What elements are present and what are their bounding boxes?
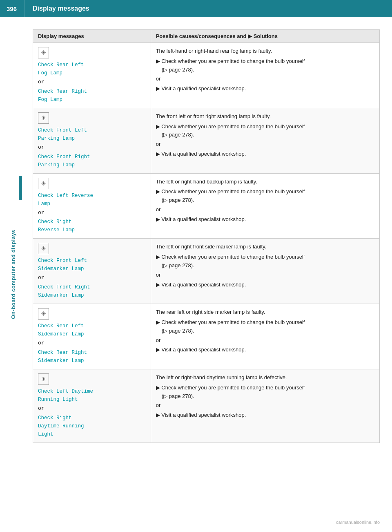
- cause-item-indent-0-0: (▷ page 278).: [156, 66, 374, 74]
- msg-line-1-4: Parking Lamp: [38, 161, 146, 169]
- page-number: 396: [0, 0, 24, 17]
- msg-line-3-4: Sidemarker Lamp: [38, 291, 146, 300]
- table-row-messages-3: ☀Check Front LeftSidemarker LamporCheck …: [33, 239, 151, 304]
- lamp-icon-2: ☀: [38, 178, 49, 189]
- header-bar: 396 Display messages: [0, 0, 392, 17]
- lamp-icon-1: ☀: [38, 112, 49, 124]
- cause-item-5-2: ▶ Visit a qualified specialist workshop.: [156, 411, 374, 420]
- msg-line-0-3: Check Rear Right: [38, 87, 146, 96]
- cause-item-3-0: ▶ Check whether you are permitted to cha…: [156, 253, 374, 270]
- cause-item-2-0: ▶ Check whether you are permitted to cha…: [156, 188, 374, 205]
- table-row-causes-3: The left or right front side marker lamp…: [151, 239, 379, 304]
- table-row-messages-4: ☀Check Rear LeftSidemarker LamporCheck R…: [33, 304, 151, 369]
- msg-line-1-0: Check Front Left: [38, 126, 146, 134]
- header-title: Display messages: [24, 5, 89, 12]
- msg-line-2-4: Reverse Lamp: [38, 226, 146, 234]
- cause-intro-4: The rear left or right side marker lamp …: [156, 308, 374, 317]
- msg-line-3-3: Check Front Right: [38, 283, 146, 291]
- table-row-causes-4: The rear left or right side marker lamp …: [151, 304, 379, 369]
- or-text-1-2: or: [38, 143, 146, 152]
- table-row-causes-5: The left or right-hand daytime running l…: [151, 369, 379, 443]
- cause-item-2-2: ▶ Visit a qualified specialist workshop.: [156, 215, 374, 224]
- msg-line-2-3: Check Right: [38, 218, 146, 226]
- msg-line-5-1: Running Light: [38, 396, 146, 404]
- cause-item-1-0: ▶ Check whether you are permitted to cha…: [156, 123, 374, 140]
- or-text-3-2: or: [38, 274, 146, 282]
- msg-line-0-1: Fog Lamp: [38, 69, 146, 77]
- cause-item-1-2: ▶ Visit a qualified specialist workshop.: [156, 150, 374, 159]
- table-row-causes-0: The left-hand or right-hand rear fog lam…: [151, 43, 379, 108]
- cause-intro-2: The left or right-hand backup lamp is fa…: [156, 178, 374, 186]
- or-text-2-2: or: [38, 209, 146, 217]
- message-text-2: Check Left ReverseLamporCheck RightRever…: [38, 192, 146, 235]
- cause-item-indent-2-0: (▷ page 278).: [156, 196, 374, 205]
- msg-line-1-1: Parking Lamp: [38, 134, 146, 143]
- cause-or-0-1: or: [156, 75, 374, 83]
- msg-line-4-4: Sidemarker Lamp: [38, 357, 146, 365]
- msg-line-3-1: Sidemarker Lamp: [38, 265, 146, 273]
- msg-line-5-0: Check Left Daytime: [38, 387, 146, 396]
- lamp-icon-3: ☀: [38, 243, 49, 254]
- lamp-icon-0: ☀: [38, 47, 49, 58]
- msg-line-4-1: Sidemarker Lamp: [38, 330, 146, 338]
- msg-line-3-0: Check Front Left: [38, 257, 146, 265]
- cause-intro-1: The front left or front right standing l…: [156, 112, 374, 121]
- or-text-4-2: or: [38, 339, 146, 348]
- cause-or-4-1: or: [156, 336, 374, 345]
- page: 396 Display messages On-board computer a…: [0, 0, 392, 532]
- table-row-messages-2: ☀Check Left ReverseLamporCheck RightReve…: [33, 173, 151, 239]
- message-text-3: Check Front LeftSidemarker LamporCheck F…: [38, 257, 146, 300]
- msg-line-5-3: Check Right: [38, 414, 146, 422]
- msg-line-1-3: Check Front Right: [38, 153, 146, 161]
- msg-line-0-0: Check Rear Left: [38, 61, 146, 69]
- col-causes-header: Possible causes/consequences and ▶ Solut…: [151, 30, 379, 43]
- lamp-icon-5: ☀: [38, 373, 49, 385]
- or-text-5-2: or: [38, 405, 146, 413]
- or-text-0-2: or: [38, 78, 146, 87]
- message-text-0: Check Rear LeftFog LamporCheck Rear Righ…: [38, 61, 146, 104]
- cause-item-indent-5-0: (▷ page 278).: [156, 392, 374, 401]
- cause-or-1-1: or: [156, 140, 374, 149]
- msg-line-2-1: Lamp: [38, 200, 146, 208]
- message-text-1: Check Front LeftParking LamporCheck Fron…: [38, 126, 146, 169]
- msg-line-2-0: Check Left Reverse: [38, 192, 146, 200]
- main-table: Display messages Possible causes/consequ…: [33, 29, 380, 443]
- cause-item-0-2: ▶ Visit a qualified specialist workshop.: [156, 85, 374, 93]
- table-row-causes-1: The front left or front right standing l…: [151, 108, 379, 173]
- footer-watermark: carmanualsonline.info: [336, 520, 380, 525]
- cause-item-indent-1-0: (▷ page 278).: [156, 131, 374, 139]
- cause-item-4-0: ▶ Check whether you are permitted to cha…: [156, 318, 374, 335]
- table-row-messages-5: ☀Check Left DaytimeRunning LightorCheck …: [33, 369, 151, 443]
- cause-item-4-2: ▶ Visit a qualified specialist workshop.: [156, 346, 374, 354]
- msg-line-5-5: Light: [38, 430, 146, 438]
- message-text-4: Check Rear LeftSidemarker LamporCheck Re…: [38, 322, 146, 365]
- lamp-icon-4: ☀: [38, 308, 49, 320]
- cause-or-5-1: or: [156, 401, 374, 410]
- cause-item-0-0: ▶ Check whether you are permitted to cha…: [156, 57, 374, 74]
- table-row-causes-2: The left or right-hand backup lamp is fa…: [151, 173, 379, 239]
- side-label-container: On-board computer and displays: [9, 41, 17, 507]
- cause-item-indent-4-0: (▷ page 278).: [156, 327, 374, 335]
- cause-or-3-1: or: [156, 271, 374, 279]
- table-row-messages-1: ☀Check Front LeftParking LamporCheck Fro…: [33, 108, 151, 173]
- msg-line-4-3: Check Rear Right: [38, 349, 146, 357]
- content-area: Display messages Possible causes/consequ…: [33, 29, 380, 459]
- msg-line-0-4: Fog Lamp: [38, 96, 146, 104]
- cause-item-5-0: ▶ Check whether you are permitted to cha…: [156, 384, 374, 401]
- msg-line-4-0: Check Rear Left: [38, 322, 146, 330]
- cause-item-3-2: ▶ Visit a qualified specialist workshop.: [156, 281, 374, 289]
- cause-intro-5: The left or right-hand daytime running l…: [156, 373, 374, 382]
- cause-intro-0: The left-hand or right-hand rear fog lam…: [156, 47, 374, 56]
- col-messages-header: Display messages: [33, 30, 151, 43]
- cause-item-indent-3-0: (▷ page 278).: [156, 262, 374, 270]
- cause-or-2-1: or: [156, 206, 374, 214]
- side-label: On-board computer and displays: [10, 230, 16, 319]
- cause-intro-3: The left or right front side marker lamp…: [156, 243, 374, 251]
- msg-line-5-4: Daytime Running: [38, 422, 146, 430]
- message-text-5: Check Left DaytimeRunning LightorCheck R…: [38, 387, 146, 438]
- side-bar-indicator: [19, 176, 22, 200]
- table-row-messages-0: ☀Check Rear LeftFog LamporCheck Rear Rig…: [33, 43, 151, 108]
